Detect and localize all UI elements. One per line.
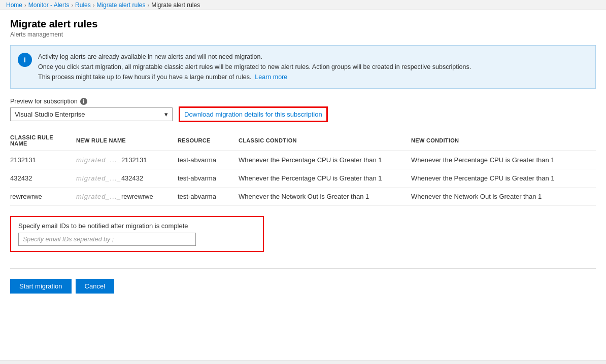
action-buttons: Start migration Cancel bbox=[10, 275, 596, 298]
main-content: Migrate alert rules Alerts management i … bbox=[0, 10, 606, 306]
new-rule-suffix: rewrewrwe bbox=[121, 193, 153, 200]
subscription-selected: Visual Studio Enterprise bbox=[15, 111, 85, 118]
table-row: 432432migrated_..._432432test-abvarmaWhe… bbox=[10, 169, 596, 188]
subscription-label: Preview for subscription i bbox=[10, 98, 596, 105]
footer-divider bbox=[10, 268, 596, 269]
email-label: Specify email IDs to be notified after m… bbox=[18, 222, 256, 230]
subscription-section: Preview for subscription i Visual Studio… bbox=[10, 98, 596, 121]
breadcrumb-sep-1: › bbox=[24, 2, 26, 8]
cell-new-condition: Whenever the Percentage CPU is Greater t… bbox=[411, 169, 596, 188]
breadcrumb-current: Migrate alert rules bbox=[151, 2, 200, 9]
dropdown-arrow-icon: ▾ bbox=[164, 111, 168, 118]
page-subtitle: Alerts management bbox=[10, 31, 596, 38]
cell-classic-condition: Whenever the Percentage CPU is Greater t… bbox=[239, 151, 411, 169]
blurred-prefix: migrated_..._ bbox=[76, 193, 121, 200]
page-title: Migrate alert rules bbox=[10, 18, 596, 30]
email-section: Specify email IDs to be notified after m… bbox=[10, 216, 264, 252]
breadcrumb-sep-3: › bbox=[93, 2, 95, 8]
table-row: 2132131migrated_..._2132131test-abvarmaW… bbox=[10, 151, 596, 169]
table-header-row: CLASSIC RULE NAME NEW RULE NAME RESOURCE… bbox=[10, 130, 596, 151]
cancel-button[interactable]: Cancel bbox=[76, 279, 114, 294]
breadcrumb-rules[interactable]: Rules bbox=[75, 2, 91, 9]
new-rule-suffix: 2132131 bbox=[121, 156, 147, 164]
email-input[interactable] bbox=[18, 233, 196, 246]
cell-new-rule-name: migrated_..._rewrewrwe bbox=[76, 188, 178, 206]
cell-new-condition: Whenever the Percentage CPU is Greater t… bbox=[411, 151, 596, 169]
subscription-dropdown[interactable]: Visual Studio Enterprise ▾ bbox=[10, 107, 173, 121]
cell-classic-condition: Whenever the Percentage CPU is Greater t… bbox=[239, 169, 411, 188]
breadcrumb-home[interactable]: Home bbox=[6, 2, 22, 9]
new-rule-suffix: 432432 bbox=[121, 174, 143, 182]
cell-resource: test-abvarma bbox=[178, 151, 239, 169]
info-line1: Activity log alerts are already availabl… bbox=[38, 53, 262, 60]
cell-classic-condition: Whenever the Network Out is Greater than… bbox=[239, 188, 411, 206]
col-header-classic-condition: CLASSIC CONDTION bbox=[239, 130, 411, 151]
table-section: CLASSIC RULE NAME NEW RULE NAME RESOURCE… bbox=[10, 130, 596, 206]
info-icon: i bbox=[18, 53, 32, 67]
subscription-row: Visual Studio Enterprise ▾ Download migr… bbox=[10, 107, 596, 121]
top-bar: Home › Monitor - Alerts › Rules › Migrat… bbox=[0, 0, 606, 10]
breadcrumb-monitor-alerts[interactable]: Monitor - Alerts bbox=[28, 2, 70, 9]
rules-table: CLASSIC RULE NAME NEW RULE NAME RESOURCE… bbox=[10, 130, 596, 206]
cell-new-rule-name: migrated_..._432432 bbox=[76, 169, 178, 188]
info-line2: Once you click start migration, all migr… bbox=[38, 63, 471, 70]
col-header-new-condition: NEW CONDITION bbox=[411, 130, 596, 151]
breadcrumb-migrate-alert-rules-link[interactable]: Migrate alert rules bbox=[96, 2, 145, 9]
subscription-info-icon: i bbox=[80, 98, 87, 105]
cell-new-rule-name: migrated_..._2132131 bbox=[76, 151, 178, 169]
blurred-prefix: migrated_..._ bbox=[76, 156, 121, 164]
cell-classic-rule-name: 2132131 bbox=[10, 151, 76, 169]
info-line3: This process might take up to few hours … bbox=[38, 74, 251, 81]
blurred-prefix: migrated_..._ bbox=[76, 174, 121, 182]
subscription-label-text: Preview for subscription bbox=[10, 98, 78, 105]
col-header-resource: RESOURCE bbox=[178, 130, 239, 151]
breadcrumb-sep-4: › bbox=[147, 2, 149, 8]
breadcrumb-sep-2: › bbox=[71, 2, 73, 8]
cell-resource: test-abvarma bbox=[178, 169, 239, 188]
cell-resource: test-abvarma bbox=[178, 188, 239, 206]
col-header-classic-rule-name: CLASSIC RULE NAME bbox=[10, 130, 76, 151]
cell-new-condition: Whenever the Network Out is Greater than… bbox=[411, 188, 596, 206]
learn-more-link[interactable]: Learn more bbox=[255, 74, 287, 81]
col-header-new-rule-name: NEW RULE NAME bbox=[76, 130, 178, 151]
download-migration-link[interactable]: Download migration details for this subs… bbox=[180, 107, 327, 121]
info-banner: i Activity log alerts are already availa… bbox=[10, 45, 596, 89]
start-migration-button[interactable]: Start migration bbox=[10, 279, 72, 294]
cell-classic-rule-name: rewrewrwe bbox=[10, 188, 76, 206]
info-banner-text: Activity log alerts are already availabl… bbox=[38, 52, 471, 82]
breadcrumb: Home › Monitor - Alerts › Rules › Migrat… bbox=[6, 2, 200, 9]
cell-classic-rule-name: 432432 bbox=[10, 169, 76, 188]
table-row: rewrewrwemigrated_..._rewrewrwetest-abva… bbox=[10, 188, 596, 206]
